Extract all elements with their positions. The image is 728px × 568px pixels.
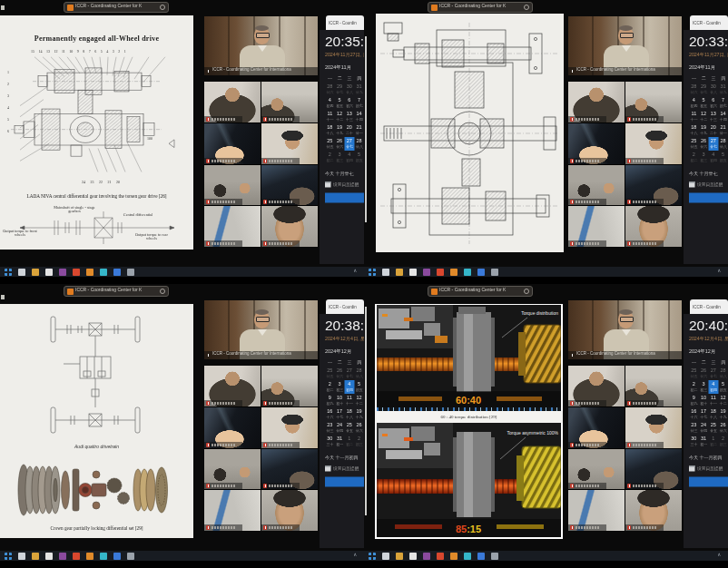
calendar-day[interactable]: 14十四 (354, 110, 364, 123)
app-orange-taskbar-icon[interactable] (86, 269, 93, 276)
calendar-day[interactable]: 21廿一 (354, 123, 364, 137)
speaker-video-tile[interactable]: ICCR - Coordinating Center for Internati… (568, 16, 682, 75)
calendar-day[interactable]: 9初九 (689, 394, 699, 407)
calendar-day[interactable]: 26廿六 (699, 367, 709, 380)
calendar-reminder-row[interactable]: 设置日历提醒 (689, 465, 728, 472)
file-explorer-taskbar-icon[interactable] (32, 553, 39, 560)
calendar-day[interactable]: 3初三 (335, 151, 345, 164)
calendar-day[interactable]: 2初三 (718, 435, 728, 448)
calendar-day[interactable]: 4初四 (345, 151, 355, 164)
app-purple-taskbar-icon[interactable] (59, 269, 66, 276)
calendar-day[interactable]: 24廿四 (335, 421, 345, 435)
calendar-action-button[interactable] (689, 193, 728, 203)
file-explorer-taskbar-icon[interactable] (396, 269, 403, 276)
speaker-video-tile[interactable]: ICCR - Coordinating Center for Internati… (568, 300, 682, 359)
calendar-day[interactable]: 30廿八 (345, 83, 355, 96)
app-purple-taskbar-icon[interactable] (59, 553, 66, 560)
participant-tile[interactable] (568, 82, 625, 122)
app-gray-taskbar-icon[interactable] (491, 553, 498, 560)
calendar-reminder-row[interactable]: 设置日历提醒 (325, 181, 364, 188)
participant-tile[interactable] (625, 206, 682, 247)
participant-tile[interactable] (204, 123, 261, 164)
calendar-day[interactable]: 19十九 (354, 407, 364, 421)
app-blue-taskbar-icon[interactable] (477, 553, 485, 560)
start-taskbar-icon[interactable] (369, 553, 376, 560)
calendar-month-label[interactable]: 2024年12月 (689, 348, 728, 356)
participant-tile[interactable] (568, 206, 625, 247)
app-teal-taskbar-icon[interactable] (100, 553, 107, 560)
participant-tile[interactable] (204, 449, 261, 490)
calendar-day[interactable]: 31廿九 (354, 83, 364, 96)
app-blue-taskbar-icon[interactable] (477, 269, 485, 276)
app-teal-taskbar-icon[interactable] (464, 269, 471, 276)
calendar-day[interactable]: 18十八 (325, 123, 335, 137)
app-blue-taskbar-icon[interactable] (113, 553, 121, 560)
participant-tile[interactable] (568, 490, 625, 531)
participant-tile[interactable] (204, 490, 261, 531)
participant-tile[interactable] (568, 407, 625, 448)
speaker-video-tile[interactable]: ICCR - Coordinating Center for Internati… (204, 300, 318, 359)
calendar-day[interactable]: 7初七 (718, 96, 728, 110)
calendar-day[interactable]: 31廿九 (718, 83, 728, 96)
app-teal-taskbar-icon[interactable] (100, 269, 107, 276)
calendar-day[interactable]: 5初五 (335, 96, 345, 110)
speaker-video-tile[interactable]: ICCR - Coordinating Center for Internati… (204, 16, 318, 75)
calendar-day[interactable]: 20二十 (345, 123, 355, 137)
start-taskbar-icon[interactable] (369, 269, 376, 276)
calendar-day[interactable]: 3初三 (335, 380, 345, 394)
participant-tile[interactable] (625, 366, 682, 406)
file-explorer-taskbar-icon[interactable] (32, 269, 39, 276)
app-teal-taskbar-icon[interactable] (464, 553, 471, 560)
calendar-day-today[interactable]: 27廿七 (709, 137, 719, 151)
calendar-day[interactable]: 19十九 (335, 123, 345, 137)
participant-tile[interactable] (568, 449, 625, 490)
calendar-day[interactable]: 18十八 (709, 407, 719, 421)
calendar-day[interactable]: 26廿六 (335, 137, 345, 151)
calendar-day[interactable]: 12十二 (718, 394, 728, 407)
participant-tile[interactable] (261, 407, 318, 448)
calendar-day[interactable]: 5初五 (354, 151, 364, 164)
calendar-day[interactable]: 17十七 (699, 407, 709, 421)
meeting-title-pill[interactable]: ICCR - Coordinating Center for K (428, 2, 533, 13)
calendar-day-today[interactable]: 4初四 (709, 380, 719, 394)
calendar-day[interactable]: 28廿六 (689, 83, 699, 96)
calendar-day[interactable]: 1初二 (345, 435, 355, 448)
file-explorer-taskbar-icon[interactable] (396, 553, 403, 560)
calendar-day[interactable]: 18十八 (345, 407, 355, 421)
calendar-day-today[interactable]: 27廿七 (345, 137, 355, 151)
app-white-taskbar-icon[interactable] (409, 553, 417, 560)
window-tab-fragment[interactable]: ICCR - Coordin (326, 299, 364, 314)
calendar-day[interactable]: 25廿五 (345, 421, 355, 435)
calendar-day[interactable]: 27廿七 (345, 367, 355, 380)
search-taskbar-icon[interactable] (18, 269, 25, 276)
calendar-day[interactable]: 28廿八 (354, 367, 364, 380)
participant-tile[interactable] (625, 165, 682, 206)
calendar-day[interactable]: 5初五 (718, 151, 728, 164)
calendar-day[interactable]: 28廿八 (354, 137, 364, 151)
calendar-month-label[interactable]: 2024年11月 (325, 64, 364, 72)
calendar-day[interactable]: 4初四 (325, 96, 335, 110)
app-white-taskbar-icon[interactable] (45, 269, 53, 276)
start-taskbar-icon[interactable] (5, 553, 12, 560)
participant-tile[interactable] (625, 449, 682, 490)
app-white-taskbar-icon[interactable] (45, 553, 53, 560)
app-gray-taskbar-icon[interactable] (127, 269, 134, 276)
calendar-day[interactable]: 11十一 (325, 110, 335, 123)
app-orange-taskbar-icon[interactable] (450, 553, 457, 560)
calendar-day[interactable]: 31初一 (699, 435, 709, 448)
tray-arrow-icon[interactable]: ∧ (353, 552, 357, 557)
calendar-day[interactable]: 4初四 (689, 96, 699, 110)
calendar-day[interactable]: 3初三 (699, 380, 709, 394)
calendar-day[interactable]: 1初二 (709, 435, 719, 448)
calendar-day[interactable]: 20二十 (709, 123, 719, 137)
app-purple-taskbar-icon[interactable] (423, 269, 430, 276)
window-tab-fragment[interactable]: ICCR - Coordin (326, 15, 364, 30)
participant-tile[interactable] (261, 123, 318, 164)
participant-tile[interactable] (204, 165, 261, 206)
participant-tile[interactable] (261, 449, 318, 490)
calendar-day[interactable]: 25廿五 (325, 137, 335, 151)
calendar-day[interactable]: 9初九 (325, 394, 335, 407)
calendar-day[interactable]: 25廿五 (709, 421, 719, 435)
video-frame-top[interactable]: Torque distribution 60:40 (377, 305, 561, 407)
window-tab-fragment[interactable]: ICCR - Coordin (690, 299, 728, 314)
